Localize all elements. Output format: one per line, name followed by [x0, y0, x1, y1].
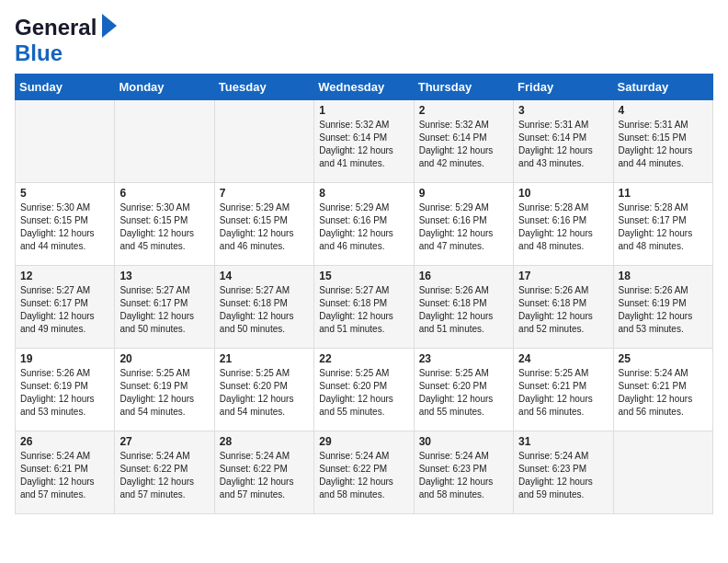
- day-cell-4-5: 31Sunrise: 5:24 AM Sunset: 6:23 PM Dayli…: [514, 431, 613, 514]
- day-number: 21: [220, 352, 309, 365]
- day-cell-4-0: 26Sunrise: 5:24 AM Sunset: 6:21 PM Dayli…: [16, 431, 115, 514]
- day-number: 18: [619, 270, 708, 282]
- day-cell-2-1: 13Sunrise: 5:27 AM Sunset: 6:17 PM Dayli…: [115, 266, 214, 349]
- day-number: 19: [20, 352, 109, 365]
- day-cell-0-5: 3Sunrise: 5:31 AM Sunset: 6:14 PM Daylig…: [514, 100, 613, 183]
- week-row-4: 26Sunrise: 5:24 AM Sunset: 6:21 PM Dayli…: [16, 431, 713, 514]
- day-number: 14: [220, 270, 309, 282]
- day-cell-1-1: 6Sunrise: 5:30 AM Sunset: 6:15 PM Daylig…: [115, 183, 214, 266]
- day-cell-4-2: 28Sunrise: 5:24 AM Sunset: 6:22 PM Dayli…: [214, 431, 313, 514]
- day-cell-2-6: 18Sunrise: 5:26 AM Sunset: 6:19 PM Dayli…: [613, 266, 712, 349]
- day-info: Sunrise: 5:31 AM Sunset: 6:15 PM Dayligh…: [619, 119, 708, 170]
- day-cell-0-6: 4Sunrise: 5:31 AM Sunset: 6:15 PM Daylig…: [613, 100, 712, 183]
- day-info: Sunrise: 5:26 AM Sunset: 6:18 PM Dayligh…: [419, 284, 508, 336]
- day-number: 27: [119, 435, 209, 448]
- day-info: Sunrise: 5:25 AM Sunset: 6:19 PM Dayligh…: [119, 367, 209, 419]
- day-cell-0-3: 1Sunrise: 5:32 AM Sunset: 6:14 PM Daylig…: [314, 100, 414, 183]
- day-cell-4-6: [613, 431, 712, 514]
- day-info: Sunrise: 5:29 AM Sunset: 6:16 PM Dayligh…: [319, 201, 408, 253]
- day-info: Sunrise: 5:27 AM Sunset: 6:17 PM Dayligh…: [119, 284, 209, 336]
- day-number: 29: [319, 435, 408, 448]
- day-info: Sunrise: 5:25 AM Sunset: 6:20 PM Dayligh…: [319, 367, 408, 419]
- header-day-wednesday: Wednesday: [314, 75, 414, 100]
- day-info: Sunrise: 5:29 AM Sunset: 6:16 PM Dayligh…: [419, 201, 508, 253]
- calendar-header-row: SundayMondayTuesdayWednesdayThursdayFrid…: [16, 75, 713, 100]
- day-number: 28: [220, 435, 309, 448]
- day-number: 2: [419, 104, 508, 117]
- day-info: Sunrise: 5:26 AM Sunset: 6:19 PM Dayligh…: [20, 367, 109, 419]
- day-cell-2-4: 16Sunrise: 5:26 AM Sunset: 6:18 PM Dayli…: [414, 266, 513, 349]
- day-number: 9: [419, 187, 508, 200]
- day-cell-0-4: 2Sunrise: 5:32 AM Sunset: 6:14 PM Daylig…: [414, 100, 513, 183]
- day-number: 8: [319, 187, 408, 200]
- day-number: 20: [119, 352, 209, 365]
- day-cell-3-4: 23Sunrise: 5:25 AM Sunset: 6:20 PM Dayli…: [414, 349, 513, 431]
- week-row-0: 1Sunrise: 5:32 AM Sunset: 6:14 PM Daylig…: [16, 100, 713, 183]
- day-number: 25: [619, 352, 708, 365]
- day-info: Sunrise: 5:24 AM Sunset: 6:23 PM Dayligh…: [518, 450, 608, 501]
- day-number: 15: [319, 270, 408, 282]
- page-header: General Blue: [15, 15, 713, 66]
- day-cell-1-5: 10Sunrise: 5:28 AM Sunset: 6:16 PM Dayli…: [514, 183, 613, 266]
- day-cell-1-6: 11Sunrise: 5:28 AM Sunset: 6:17 PM Dayli…: [613, 183, 712, 266]
- day-cell-0-2: [214, 100, 313, 183]
- day-info: Sunrise: 5:28 AM Sunset: 6:17 PM Dayligh…: [619, 201, 708, 253]
- logo-arrow-icon: [102, 14, 117, 38]
- day-cell-0-0: [16, 100, 115, 183]
- day-cell-2-3: 15Sunrise: 5:27 AM Sunset: 6:18 PM Dayli…: [314, 266, 414, 349]
- day-info: Sunrise: 5:30 AM Sunset: 6:15 PM Dayligh…: [119, 201, 209, 253]
- day-number: 10: [518, 187, 608, 200]
- logo-blue-text: Blue: [15, 40, 63, 65]
- day-number: 5: [20, 187, 109, 200]
- day-cell-1-3: 8Sunrise: 5:29 AM Sunset: 6:16 PM Daylig…: [314, 183, 414, 266]
- day-info: Sunrise: 5:32 AM Sunset: 6:14 PM Dayligh…: [319, 119, 408, 170]
- day-number: 31: [518, 435, 608, 448]
- day-cell-3-0: 19Sunrise: 5:26 AM Sunset: 6:19 PM Dayli…: [16, 349, 115, 431]
- day-number: 17: [518, 270, 608, 282]
- week-row-3: 19Sunrise: 5:26 AM Sunset: 6:19 PM Dayli…: [16, 349, 713, 431]
- day-info: Sunrise: 5:27 AM Sunset: 6:18 PM Dayligh…: [319, 284, 408, 336]
- day-cell-2-2: 14Sunrise: 5:27 AM Sunset: 6:18 PM Dayli…: [214, 266, 313, 349]
- day-cell-3-1: 20Sunrise: 5:25 AM Sunset: 6:19 PM Dayli…: [115, 349, 214, 431]
- header-day-saturday: Saturday: [613, 75, 712, 100]
- day-number: 1: [319, 104, 408, 117]
- week-row-2: 12Sunrise: 5:27 AM Sunset: 6:17 PM Dayli…: [16, 266, 713, 349]
- day-info: Sunrise: 5:25 AM Sunset: 6:20 PM Dayligh…: [419, 367, 508, 419]
- day-info: Sunrise: 5:24 AM Sunset: 6:22 PM Dayligh…: [319, 450, 408, 501]
- day-number: 13: [119, 270, 209, 282]
- day-cell-3-2: 21Sunrise: 5:25 AM Sunset: 6:20 PM Dayli…: [214, 349, 313, 431]
- day-info: Sunrise: 5:28 AM Sunset: 6:16 PM Dayligh…: [518, 201, 608, 253]
- day-number: 22: [319, 352, 408, 365]
- day-info: Sunrise: 5:31 AM Sunset: 6:14 PM Dayligh…: [518, 119, 608, 170]
- day-info: Sunrise: 5:26 AM Sunset: 6:18 PM Dayligh…: [518, 284, 608, 336]
- day-cell-2-0: 12Sunrise: 5:27 AM Sunset: 6:17 PM Dayli…: [16, 266, 115, 349]
- day-cell-4-1: 27Sunrise: 5:24 AM Sunset: 6:22 PM Dayli…: [115, 431, 214, 514]
- day-number: 16: [419, 270, 508, 282]
- logo: General Blue: [15, 15, 117, 66]
- day-info: Sunrise: 5:25 AM Sunset: 6:20 PM Dayligh…: [220, 367, 309, 419]
- calendar-table: SundayMondayTuesdayWednesdayThursdayFrid…: [15, 74, 713, 514]
- day-cell-2-5: 17Sunrise: 5:26 AM Sunset: 6:18 PM Dayli…: [514, 266, 613, 349]
- day-number: 30: [419, 435, 508, 448]
- day-info: Sunrise: 5:26 AM Sunset: 6:19 PM Dayligh…: [619, 284, 708, 336]
- week-row-1: 5Sunrise: 5:30 AM Sunset: 6:15 PM Daylig…: [16, 183, 713, 266]
- day-info: Sunrise: 5:25 AM Sunset: 6:21 PM Dayligh…: [518, 367, 608, 419]
- day-cell-1-4: 9Sunrise: 5:29 AM Sunset: 6:16 PM Daylig…: [414, 183, 513, 266]
- day-info: Sunrise: 5:30 AM Sunset: 6:15 PM Dayligh…: [20, 201, 109, 253]
- logo-general-text: General: [15, 15, 97, 40]
- day-info: Sunrise: 5:32 AM Sunset: 6:14 PM Dayligh…: [419, 119, 508, 170]
- day-number: 4: [619, 104, 708, 117]
- header-day-thursday: Thursday: [414, 75, 513, 100]
- day-info: Sunrise: 5:24 AM Sunset: 6:22 PM Dayligh…: [220, 450, 309, 501]
- day-info: Sunrise: 5:27 AM Sunset: 6:17 PM Dayligh…: [20, 284, 109, 336]
- day-number: 24: [518, 352, 608, 365]
- header-day-monday: Monday: [115, 75, 214, 100]
- day-number: 7: [220, 187, 309, 200]
- day-info: Sunrise: 5:24 AM Sunset: 6:22 PM Dayligh…: [119, 450, 209, 501]
- day-number: 23: [419, 352, 508, 365]
- day-info: Sunrise: 5:29 AM Sunset: 6:15 PM Dayligh…: [220, 201, 309, 253]
- day-cell-3-6: 25Sunrise: 5:24 AM Sunset: 6:21 PM Dayli…: [613, 349, 712, 431]
- day-number: 12: [20, 270, 109, 282]
- day-info: Sunrise: 5:24 AM Sunset: 6:21 PM Dayligh…: [619, 367, 708, 419]
- day-cell-3-5: 24Sunrise: 5:25 AM Sunset: 6:21 PM Dayli…: [514, 349, 613, 431]
